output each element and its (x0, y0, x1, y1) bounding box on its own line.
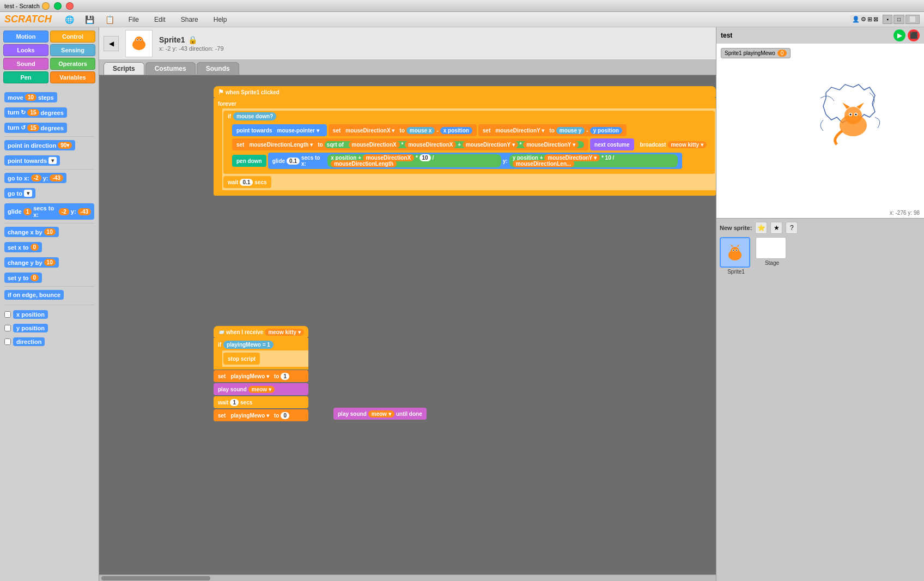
tab-sounds[interactable]: Sounds (197, 62, 239, 75)
block-x-position[interactable]: x position (13, 310, 48, 319)
block-point-towards[interactable]: point towards ▾ (4, 155, 60, 166)
category-pen[interactable]: Pen (3, 71, 48, 83)
user-icon[interactable]: 👤 (852, 16, 860, 23)
main-layout: Motion Control Looks Sensing Sound Opera… (0, 27, 924, 581)
block-when-receive[interactable]: 📨 when I receive meow kitty ▾ (214, 326, 308, 338)
block-set-mouseDirLen[interactable]: set mouseDirectionLength ▾ to sqrt of mo… (232, 138, 588, 150)
block-glide[interactable]: glide 1 secs to x: -2 y: -43 (4, 203, 94, 220)
titlebar: test - Scratch (0, 0, 924, 12)
stage-thumbnail[interactable]: Stage (756, 237, 788, 275)
block-move[interactable]: move 10 steps (4, 92, 57, 102)
normal-stage-button[interactable]: □ (893, 15, 904, 24)
variable-label: Sprite1 playingMewo (725, 50, 775, 56)
block-wait2[interactable]: wait 1 secs (214, 396, 308, 408)
block-set-x[interactable]: set x to 0 (4, 242, 42, 252)
checkbox-direction-input[interactable] (4, 338, 11, 345)
block-y-position[interactable]: y position (13, 324, 48, 332)
sprites-grid: Sprite1 Stage (720, 237, 921, 275)
block-next-costume[interactable]: next costume (590, 138, 634, 150)
full-stage-button[interactable]: ⬜ (905, 15, 920, 24)
minimize-button[interactable] (42, 2, 50, 10)
checkbox-direction: direction (4, 336, 94, 348)
block-pen-down[interactable]: pen down (232, 155, 266, 167)
stop-button[interactable]: ⬛ (908, 29, 920, 41)
block-when-clicked[interactable]: ⚑ when Sprite1 clicked (214, 86, 716, 98)
block-play-sound[interactable]: play sound meow ▾ (214, 383, 308, 395)
tab-costumes[interactable]: Costumes (145, 62, 196, 75)
block-wait[interactable]: wait 0.1 secs (223, 176, 271, 188)
if-playing-body: stop script (222, 350, 308, 367)
globe-icon[interactable]: 🌐 (65, 15, 74, 24)
grid2-icon[interactable]: ⊠ (873, 16, 878, 23)
forever-cap (214, 190, 716, 196)
settings-icon[interactable]: ⚙ (861, 16, 866, 23)
category-sound[interactable]: Sound (3, 58, 48, 70)
tab-scripts[interactable]: Scripts (104, 62, 144, 75)
category-motion[interactable]: Motion (3, 31, 48, 43)
block-point-direction[interactable]: point in direction 90▾ (4, 140, 75, 150)
svg-point-4 (137, 39, 138, 40)
svg-point-5 (140, 39, 141, 40)
menu-file[interactable]: File (125, 15, 142, 25)
category-buttons: Motion Control Looks Sensing Sound Opera… (0, 27, 99, 87)
close-button[interactable] (66, 2, 74, 10)
variable-monitor: Sprite1 playingMewo 0 (721, 48, 791, 58)
save-icon[interactable]: 💾 (85, 15, 94, 24)
category-control[interactable]: Control (50, 31, 95, 43)
maximize-button[interactable] (54, 2, 62, 10)
sprite1-image[interactable] (720, 237, 750, 268)
svg-marker-9 (856, 102, 864, 109)
block-turn-ccw[interactable]: turn ↺ 15 degrees (4, 123, 67, 133)
category-operators[interactable]: Operators (50, 58, 95, 70)
green-flag-button[interactable]: ▶ (893, 29, 905, 41)
mouse-x-val: mouse x (406, 127, 435, 134)
block-glide[interactable]: glide 0.1 secs to x: x position + mouseD… (268, 153, 682, 169)
block-broadcast[interactable]: broadcast meow kitty ▾ (636, 138, 711, 150)
menu-edit[interactable]: Edit (151, 15, 169, 25)
block-goto-xy[interactable]: go to x: -2 y: -43 (4, 173, 66, 183)
block-set-mouseDirectionX[interactable]: set mouseDirectionX ▾ to mouse x - x pos… (329, 124, 477, 136)
block-set-playing1[interactable]: set playingMewo ▾ to 1 (214, 370, 308, 382)
block-set-mouseDirectionY[interactable]: set mouseDirectionY ▾ to mouse y - y pos… (478, 124, 627, 136)
stage-image[interactable] (756, 237, 786, 259)
menu-help[interactable]: Help (210, 15, 230, 25)
canvas-area[interactable]: ⚑ when Sprite1 clicked forever if (99, 75, 716, 574)
collapse-button[interactable]: ◀ (104, 36, 119, 51)
svg-marker-20 (731, 244, 733, 247)
paint-sprite-button[interactable]: ⭐ (755, 222, 767, 234)
block-change-y[interactable]: change y by 10 (4, 257, 59, 268)
svg-marker-21 (737, 244, 739, 247)
block-direction[interactable]: direction (13, 337, 45, 346)
lock-icon[interactable]: 🔒 (188, 35, 197, 44)
category-variables[interactable]: Variables (50, 71, 95, 83)
block-goto[interactable]: go to ▾ (4, 188, 35, 198)
block-play-until[interactable]: play sound meow ▾ until done (333, 408, 427, 420)
svg-point-1 (135, 37, 143, 45)
small-stage-button[interactable]: ▪ (883, 15, 892, 24)
block-set-playing0[interactable]: set playingMewo ▾ to 0 (214, 409, 308, 421)
checkbox-x-input[interactable] (4, 311, 11, 318)
block-point-towards[interactable]: point towards mouse-pointer ▾ (232, 124, 327, 136)
sqrt-block: sqrt of mouseDirectionX * mouseDirection… (325, 141, 584, 148)
block-change-x[interactable]: change x by 10 (4, 227, 59, 237)
sprite1-thumbnail[interactable]: Sprite1 (720, 237, 752, 275)
horizontal-scrollbar[interactable] (99, 574, 716, 581)
receive-code-stack: 📨 when I receive meow kitty ▾ if playing… (214, 326, 308, 422)
upload-sprite-button[interactable]: ? (786, 222, 798, 234)
sprite-coords: x: -2 y: -43 direction: -79 (159, 45, 224, 52)
block-stop-script[interactable]: stop script (223, 353, 260, 365)
svg-point-19 (736, 250, 737, 251)
checkbox-y-input[interactable] (4, 325, 11, 331)
category-sensing[interactable]: Sensing (50, 44, 95, 56)
menu-share[interactable]: Share (178, 15, 202, 25)
category-looks[interactable]: Looks (3, 44, 48, 56)
copy-icon[interactable]: 📋 (105, 15, 114, 24)
svg-point-13 (855, 114, 857, 116)
scrollbar-thumb[interactable] (101, 576, 210, 580)
new-sprite-button[interactable]: ★ (770, 222, 782, 234)
block-bounce[interactable]: if on edge, bounce (4, 290, 64, 300)
forever-block: forever if mouse down? (214, 98, 716, 196)
grid-icon[interactable]: ⊞ (867, 16, 872, 23)
block-turn-cw[interactable]: turn ↻ 15 degrees (4, 107, 67, 118)
block-set-y[interactable]: set y to 0 (4, 273, 42, 283)
